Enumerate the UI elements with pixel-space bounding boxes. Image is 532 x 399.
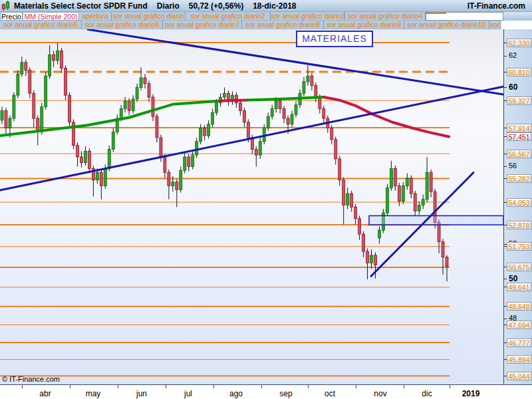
candle-down: [354, 207, 357, 218]
candle-up: [112, 132, 114, 149]
candle-down: [88, 151, 90, 168]
candle-down: [53, 55, 55, 61]
candle-down: [5, 110, 7, 128]
toolbar-tab-sor-anual-grafico-diario7[interactable]: sor anual grafico diario7: [163, 21, 242, 29]
candle-up: [386, 188, 388, 213]
toolbar-tab-apertura[interactable]: apertura: [79, 12, 112, 21]
candle-down: [410, 178, 412, 194]
axis-tick: [504, 166, 507, 167]
price-level-label: 60,810: [507, 68, 531, 76]
price-level-label: 57,914: [507, 124, 531, 132]
candle-up: [271, 108, 273, 116]
chart-plot-area[interactable]: MATERIALES © IT-Finance.com: [0, 29, 503, 384]
candle-up: [136, 88, 138, 99]
candle-up: [140, 78, 142, 88]
toolbar-tab-sor-anual-grafico-diario2[interactable]: sor anual grafico diario2: [186, 12, 271, 21]
candle-up: [346, 194, 349, 205]
candle-down: [29, 70, 31, 93]
candle-down: [279, 101, 281, 109]
toolbar-tab-sor[interactable]: sor: [489, 21, 501, 29]
candle-down: [203, 128, 206, 136]
candle-up: [267, 116, 269, 128]
month-label: jul: [184, 389, 192, 398]
chart-canvas[interactable]: [0, 29, 503, 384]
toolbar-tab-sor-anual-grafico-diario6[interactable]: sor anual grafico diario6: [82, 21, 163, 29]
last-quote: 50,72 (+0,56%): [189, 1, 243, 11]
candle-down: [315, 86, 317, 97]
candle-down: [25, 63, 27, 70]
candle-up: [96, 172, 98, 180]
candle-down: [168, 172, 170, 186]
time-axis[interactable]: abrmayjunjulagosepoctnovdic2019: [0, 384, 532, 399]
toolbar-tab-precio[interactable]: Precio: [0, 12, 23, 21]
candle-down: [342, 180, 345, 205]
price-axis[interactable]: 62605652504862,33060,81059,32757,91456,5…: [503, 29, 532, 384]
candle-up: [406, 178, 408, 186]
candle-down: [243, 110, 245, 122]
input-accent-bar: [426, 13, 446, 14]
candle-down: [247, 122, 249, 138]
candle-down: [358, 219, 361, 234]
ma-value-label: 57,451: [507, 132, 531, 141]
candle-up: [378, 230, 380, 238]
candle-up: [291, 114, 293, 124]
candle-up: [200, 128, 202, 141]
axis-tick-label: 60: [509, 82, 517, 92]
candle-up: [223, 93, 226, 97]
moving-average-line: [324, 97, 449, 136]
candle-down: [160, 138, 162, 157]
candle-down: [323, 108, 325, 118]
candle-up: [207, 124, 210, 136]
candle-up: [418, 205, 420, 211]
axis-tick: [213, 385, 214, 388]
axis-tick: [404, 385, 404, 388]
candle-up: [370, 255, 373, 263]
axis-tick-label: 56: [509, 162, 517, 170]
month-label: may: [86, 389, 101, 398]
month-label: oct: [325, 389, 335, 398]
candle-down: [68, 95, 71, 122]
candle-down: [287, 118, 289, 124]
price-level-label: 54,053: [507, 198, 531, 207]
price-level-label: 50,675: [507, 263, 531, 271]
month-label: dic: [422, 389, 432, 398]
month-label: nov: [374, 389, 386, 398]
toolbar-tab-sor-anual-grafico-diario9[interactable]: sor anual grafico diario9: [324, 21, 404, 29]
toolbar-tab-sor-anual-grafico-diario4[interactable]: sor anual grafico diario4: [345, 12, 426, 21]
price-level-label: 48,648: [507, 302, 531, 311]
timeframe-label: Diario: [157, 1, 180, 11]
axis-tick: [504, 279, 507, 279]
axis-tick: [504, 319, 507, 319]
toolbar-filler: [501, 21, 532, 29]
toolbar-tab-sor-anual-grafico-diario10[interactable]: sor anual grafico diario10: [404, 21, 489, 29]
candle-down: [65, 68, 67, 96]
candle-up: [108, 149, 110, 168]
candle-down: [394, 168, 396, 186]
candle-down: [76, 146, 78, 157]
candle-down: [144, 78, 146, 84]
month-label: ago: [229, 389, 243, 398]
candle-up: [45, 76, 47, 106]
candle-up: [1, 110, 3, 120]
axis-tick: [118, 385, 118, 388]
candle-down: [366, 251, 369, 263]
instrument-watermark: MATERIALES: [296, 31, 373, 47]
toolbar-tab-mm-simple-200-[interactable]: MM (Simple 200): [23, 12, 79, 21]
price-level-label: 56,567: [507, 150, 531, 158]
toolbar-tab-sor-anual-grafico-diario[interactable]: sor anual grafico diario: [112, 12, 186, 21]
candle-up: [172, 182, 174, 186]
axis-tick: [308, 385, 309, 388]
candle-down: [188, 157, 190, 167]
toolbar-tab-sor-anual-grafico-diario8[interactable]: sor anual grafico diario8: [242, 21, 324, 29]
candle-down: [311, 76, 313, 86]
moving-average-line: [247, 97, 324, 100]
candle-down: [362, 234, 365, 251]
candle-down: [33, 93, 35, 118]
toolbar-input[interactable]: [426, 12, 503, 21]
candle-up: [402, 186, 404, 201]
toolbar-tab-sor-anual-grafico-diario3[interactable]: sor anual grafico diario3: [271, 12, 345, 21]
candle-up: [180, 170, 182, 190]
candle-down: [374, 255, 376, 265]
toolbar-tab-sor-anual-grafico-diario5[interactable]: sor anual grafico diario5: [0, 21, 82, 29]
axis-tick-label: 62: [509, 51, 517, 59]
